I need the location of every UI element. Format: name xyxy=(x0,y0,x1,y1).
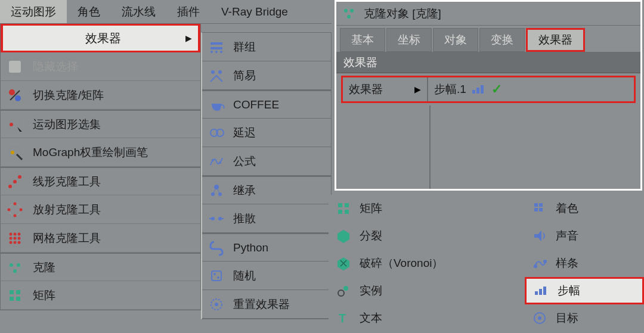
push-apart-icon xyxy=(207,209,226,228)
attr-field-value: 步幅.1 ✓ xyxy=(427,77,634,101)
matrix-icon xyxy=(5,286,24,305)
submenu-item-coffee[interactable]: COFFEE xyxy=(202,90,331,119)
list-item-text[interactable]: T 文本 xyxy=(329,304,524,332)
menu-mograph[interactable]: 运动图形 xyxy=(0,0,67,23)
tab-basic[interactable]: 基本 xyxy=(340,28,385,52)
dropdown-label: 运动图形选集 xyxy=(33,117,101,132)
submenu-item-random[interactable]: 随机 xyxy=(202,262,331,290)
weight-brush-icon xyxy=(5,143,24,162)
list-item-voronoi-fracture[interactable]: 破碎（Voronoi） xyxy=(329,250,524,277)
random-icon xyxy=(207,266,226,285)
svg-point-13 xyxy=(20,208,23,211)
svg-rect-74 xyxy=(534,203,538,207)
dropdown-item-matrix[interactable]: 矩阵 xyxy=(1,281,200,310)
matrix-icon xyxy=(335,200,352,217)
tab-transform[interactable]: 变换 xyxy=(479,28,525,52)
submenu-label: 简易 xyxy=(233,68,256,83)
sound-icon xyxy=(531,227,549,245)
list-item-label: 样条 xyxy=(556,256,578,271)
shader-icon xyxy=(531,200,549,217)
attr-tabs: 基本 坐标 对象 变换 效果器 xyxy=(336,26,640,52)
step-icon xyxy=(532,282,550,300)
menu-pipeline[interactable]: 流水线 xyxy=(111,0,166,23)
svg-rect-62 xyxy=(481,85,484,94)
check-icon: ✓ xyxy=(491,82,502,97)
attr-effectors-field[interactable]: 效果器 ▶ 步幅.1 ✓ xyxy=(341,76,636,103)
menu-plugins[interactable]: 插件 xyxy=(166,0,210,23)
formula-icon xyxy=(207,152,226,171)
submenu-label: 群组 xyxy=(233,39,256,55)
instance-icon xyxy=(335,282,352,300)
list-item-fracture[interactable]: 分裂 xyxy=(329,222,524,250)
submenu-label: 继承 xyxy=(233,183,256,198)
dropdown-item-cloner[interactable]: 克隆 xyxy=(1,253,200,281)
voronoi-icon xyxy=(335,254,352,272)
menu-character[interactable]: 角色 xyxy=(67,0,111,23)
list-item-label: 分裂 xyxy=(360,228,382,244)
svg-rect-66 xyxy=(345,210,349,214)
cloner-icon xyxy=(5,258,24,277)
menu-vray-bridge[interactable]: V-Ray Bridge xyxy=(210,0,299,23)
tab-object[interactable]: 对象 xyxy=(433,28,478,52)
svg-point-7 xyxy=(11,151,14,154)
list-item-sound[interactable]: 声音 xyxy=(525,222,644,250)
list-item-matrix[interactable]: 矩阵 xyxy=(329,195,524,222)
list-item-target[interactable]: 目标 xyxy=(525,304,644,332)
submenu-label: 公式 xyxy=(233,154,256,169)
svg-point-71 xyxy=(338,290,344,296)
tab-effectors[interactable]: 效果器 xyxy=(526,28,585,52)
svg-point-52 xyxy=(213,273,216,275)
dropdown-item-mograph-selection[interactable]: 运动图形选集 xyxy=(1,110,200,138)
submenu-label: COFFEE xyxy=(233,98,279,111)
list-item-step[interactable]: 步幅 xyxy=(525,277,644,304)
dropdown-label: MoGraph权重绘制画笔 xyxy=(33,145,148,160)
spline-icon xyxy=(531,254,549,272)
submenu-item-inheritance[interactable]: 继承 xyxy=(202,176,331,204)
submenu-item-reeffector[interactable]: 重置效果器 xyxy=(202,290,331,319)
svg-rect-60 xyxy=(472,90,475,94)
dropdown-item-effector[interactable]: 效果器 ▶ xyxy=(1,24,200,52)
svg-point-36 xyxy=(215,51,218,53)
svg-rect-82 xyxy=(539,289,542,295)
svg-point-53 xyxy=(217,276,219,279)
svg-rect-63 xyxy=(338,203,342,207)
dropdown-label: 隐藏选择 xyxy=(33,59,78,74)
list-item-label: 矩阵 xyxy=(360,201,382,216)
dropdown-label: 放射克隆工具 xyxy=(33,202,101,217)
svg-point-1 xyxy=(9,89,15,95)
svg-rect-77 xyxy=(539,208,543,211)
svg-point-79 xyxy=(534,264,537,268)
submenu-item-python[interactable]: Python xyxy=(202,233,331,262)
submenu-item-plain[interactable]: 简易 xyxy=(202,61,331,90)
list-item-shader[interactable]: 着色 xyxy=(525,195,644,222)
dropdown-item-hide-selection[interactable]: 隐藏选择 xyxy=(1,52,200,81)
tab-coord[interactable]: 坐标 xyxy=(386,28,432,52)
group-icon xyxy=(207,38,226,57)
dropdown-item-radial-clone-tool[interactable]: 放射克隆工具 xyxy=(1,195,200,224)
svg-rect-76 xyxy=(534,208,538,211)
svg-marker-78 xyxy=(534,231,541,241)
svg-point-5 xyxy=(10,123,13,126)
dropdown-item-grid-clone-tool[interactable]: 网格克隆工具 xyxy=(1,224,200,253)
svg-point-12 xyxy=(14,202,17,205)
submenu-item-formula[interactable]: 公式 xyxy=(202,147,331,176)
dropdown-label: 矩阵 xyxy=(33,288,55,303)
svg-point-35 xyxy=(210,51,213,53)
list-item-spline[interactable]: 样条 xyxy=(525,250,644,277)
list-item-instance[interactable]: 实例 xyxy=(329,277,524,304)
radial-clone-icon xyxy=(5,200,24,219)
submenu-label: 随机 xyxy=(233,268,256,284)
object-list-2: 着色 声音 样条 步幅 目标 xyxy=(525,195,644,332)
text-icon: T xyxy=(335,309,352,327)
submenu-item-delay[interactable]: 延迟 xyxy=(202,119,331,147)
dropdown-item-toggle-clone-matrix[interactable]: 切换克隆/矩阵 xyxy=(1,81,200,110)
step-effector-icon xyxy=(471,84,487,95)
dropdown-item-linear-clone-tool[interactable]: 线形克隆工具 xyxy=(1,167,200,195)
submenu-item-push-apart[interactable]: 推散 xyxy=(202,204,331,233)
dropdown-item-mograph-weight-brush[interactable]: MoGraph权重绘制画笔 xyxy=(1,138,200,167)
svg-point-39 xyxy=(218,70,222,74)
svg-text:T: T xyxy=(339,312,346,325)
list-item-label: 目标 xyxy=(556,310,578,326)
list-item-label: 着色 xyxy=(556,201,578,216)
submenu-item-group[interactable]: 群组 xyxy=(202,33,331,61)
